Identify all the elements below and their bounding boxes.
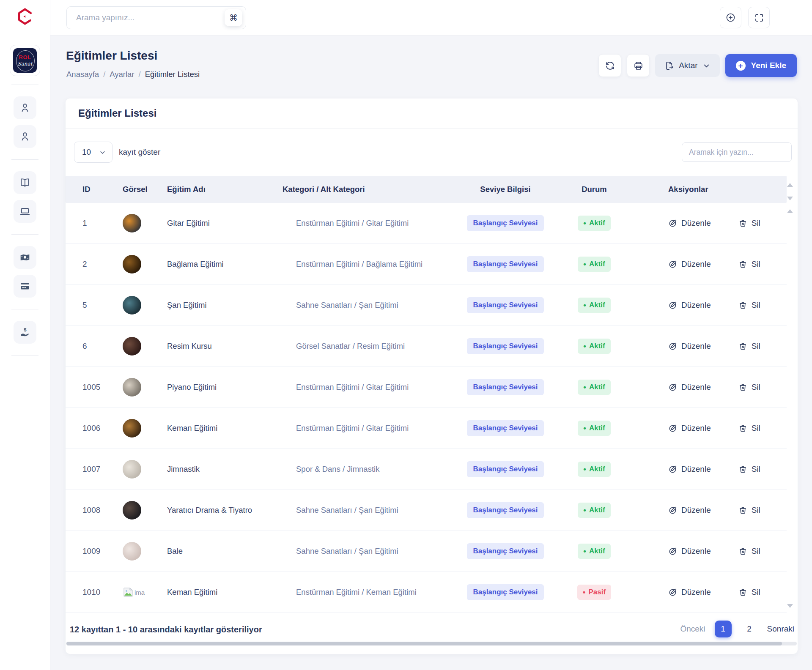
delete-button[interactable]: Sil	[738, 342, 760, 351]
delete-button[interactable]: Sil	[738, 383, 760, 392]
workspace-logo[interactable]: ROL Sanat	[10, 45, 40, 76]
fullscreen-button[interactable]	[748, 7, 770, 28]
topbar: Arama yapınız... ⌘	[50, 0, 812, 36]
level-badge: Başlangıç Seviyesi	[467, 584, 543, 600]
edit-button[interactable]: Düzenle	[668, 260, 711, 269]
horizontal-scrollbar[interactable]	[66, 642, 797, 645]
table-row[interactable]: 1010 ima Keman Eğitimi Enstürman Eğitimi…	[66, 572, 798, 613]
broken-image-wrap: ima	[123, 587, 146, 597]
table-row[interactable]: 2 Bağlama Eğitimi Enstürman Eğitimi / Ba…	[66, 244, 798, 285]
cell-id: 1009	[66, 531, 104, 572]
table-row[interactable]: 1006 Keman Eğitimi Enstürman Eğitimi / G…	[66, 408, 798, 449]
thumbnail	[104, 531, 156, 572]
edit-button[interactable]: Düzenle	[668, 383, 711, 392]
sidebar-item-cards[interactable]	[14, 275, 36, 298]
quick-add-button[interactable]	[720, 7, 741, 28]
table-row[interactable]: 5 Şan Eğitimi Sahne Sanatları / Şan Eğit…	[66, 285, 798, 326]
sidebar: ROL Sanat $	[0, 0, 50, 670]
sidebar-item-online[interactable]	[14, 200, 36, 223]
training-photo	[123, 296, 141, 314]
status-badge: •Aktif	[578, 216, 610, 231]
file-export-icon	[664, 61, 674, 71]
pagination-page-1[interactable]: 1	[715, 621, 732, 637]
table-row[interactable]: 1 Gitar Eğitimi Enstürman Eğitimi / Gita…	[66, 203, 798, 244]
cell-id: 1010	[66, 572, 104, 613]
scroll-down-arrow-icon[interactable]	[787, 197, 793, 200]
cell-category: Enstürman Eğitimi / Keman Eğitimi	[271, 572, 448, 613]
global-search-placeholder: Arama yapınız...	[76, 13, 225, 22]
cell-category: Sahne Sanatları / Şan Eğitimi	[271, 490, 448, 531]
add-new-button[interactable]: + Yeni Ekle	[725, 54, 797, 77]
table-row[interactable]: 6 Resim Kursu Görsel Sanatlar / Resim Eğ…	[66, 326, 798, 367]
app-logo-icon[interactable]	[15, 7, 35, 26]
scroll-up-arrow-icon[interactable]	[787, 183, 793, 187]
sidebar-item-courses[interactable]	[14, 171, 36, 194]
sidebar-item-payments[interactable]	[14, 246, 36, 269]
edit-button[interactable]: Düzenle	[668, 506, 711, 515]
cell-id: 1007	[66, 449, 104, 490]
edit-button[interactable]: Düzenle	[668, 424, 711, 433]
table-row[interactable]: 1009 Bale Sahne Sanatları / Şan Eğitimi …	[66, 531, 798, 572]
edit-button[interactable]: Düzenle	[668, 301, 711, 310]
level-badge: Başlangıç Seviyesi	[467, 461, 543, 477]
scrollbar-thumb[interactable]	[66, 642, 782, 645]
pagination-page-2[interactable]: 2	[741, 621, 758, 637]
edit-button[interactable]: Düzenle	[668, 588, 711, 597]
sidebar-item-user-1[interactable]	[14, 96, 36, 119]
delete-button[interactable]: Sil	[738, 588, 760, 597]
refresh-icon	[605, 60, 615, 71]
column-header-id[interactable]: ID	[66, 176, 104, 203]
delete-button[interactable]: Sil	[738, 260, 760, 269]
breadcrumb-link-settings[interactable]: Ayarlar	[110, 70, 134, 79]
table-row[interactable]: 1008 Yaratıcı Drama & Tiyatro Sahne Sana…	[66, 490, 798, 531]
delete-button[interactable]: Sil	[738, 219, 760, 228]
edit-button[interactable]: Düzenle	[668, 219, 711, 228]
pagination-next[interactable]: Sonraki	[767, 624, 794, 634]
column-header-image[interactable]: Görsel	[104, 176, 156, 203]
page-length-select[interactable]: 10	[74, 142, 112, 163]
cell-category: Spor & Dans / Jimnastik	[271, 449, 448, 490]
print-button[interactable]	[627, 54, 650, 77]
edit-pen-icon	[668, 301, 677, 310]
training-name: Yaratıcı Drama & Tiyatro	[156, 490, 271, 531]
export-button[interactable]: Aktar	[655, 54, 719, 77]
column-header-level[interactable]: Seviye Bilgisi	[448, 176, 562, 203]
thumbnail: ima	[104, 572, 156, 613]
table-row[interactable]: 1005 Piyano Eğitimi Enstürman Eğitimi / …	[66, 367, 798, 408]
sidebar-item-user-2[interactable]	[14, 125, 36, 148]
column-header-status[interactable]: Durum	[562, 176, 626, 203]
status-badge: •Aktif	[578, 462, 610, 477]
status-badge: •Aktif	[578, 257, 610, 272]
breadcrumb-link-home[interactable]: Anasayfa	[66, 70, 99, 79]
column-header-name[interactable]: Eğitim Adı	[156, 176, 271, 203]
status-badge: •Aktif	[578, 380, 610, 395]
column-header-category[interactable]: Kategori / Alt Kategori	[271, 176, 448, 203]
pagination-prev[interactable]: Önceki	[680, 624, 705, 634]
edit-pen-icon	[668, 424, 677, 433]
column-header-actions[interactable]: Aksiyonlar	[626, 176, 787, 203]
edit-button[interactable]: Düzenle	[668, 465, 711, 474]
breadcrumb-separator: /	[139, 70, 141, 79]
delete-button[interactable]: Sil	[738, 506, 760, 515]
training-photo	[123, 501, 141, 520]
table-row[interactable]: 1007 Jimnastik Spor & Dans / Jimnastik B…	[66, 449, 798, 490]
edit-pen-icon	[668, 383, 677, 392]
table-search-input[interactable]: Aramak için yazın...	[682, 142, 792, 162]
delete-button[interactable]: Sil	[738, 465, 760, 474]
scroll-down-arrow-icon[interactable]	[787, 604, 793, 608]
sidebar-item-finance[interactable]: $	[14, 321, 36, 344]
delete-button[interactable]: Sil	[738, 424, 760, 433]
sidebar-divider	[11, 234, 38, 235]
delete-button[interactable]: Sil	[738, 301, 760, 310]
refresh-button[interactable]	[598, 54, 621, 77]
edit-button[interactable]: Düzenle	[668, 547, 711, 556]
command-key-icon: ⌘	[225, 9, 242, 26]
user-icon	[19, 131, 30, 142]
scroll-up-arrow-icon[interactable]	[787, 209, 793, 213]
trash-icon	[738, 219, 747, 228]
delete-button[interactable]: Sil	[738, 547, 760, 556]
edit-button[interactable]: Düzenle	[668, 342, 711, 351]
trash-icon	[738, 342, 747, 351]
status-badge: •Aktif	[578, 421, 610, 436]
global-search-input[interactable]: Arama yapınız... ⌘	[66, 6, 246, 29]
